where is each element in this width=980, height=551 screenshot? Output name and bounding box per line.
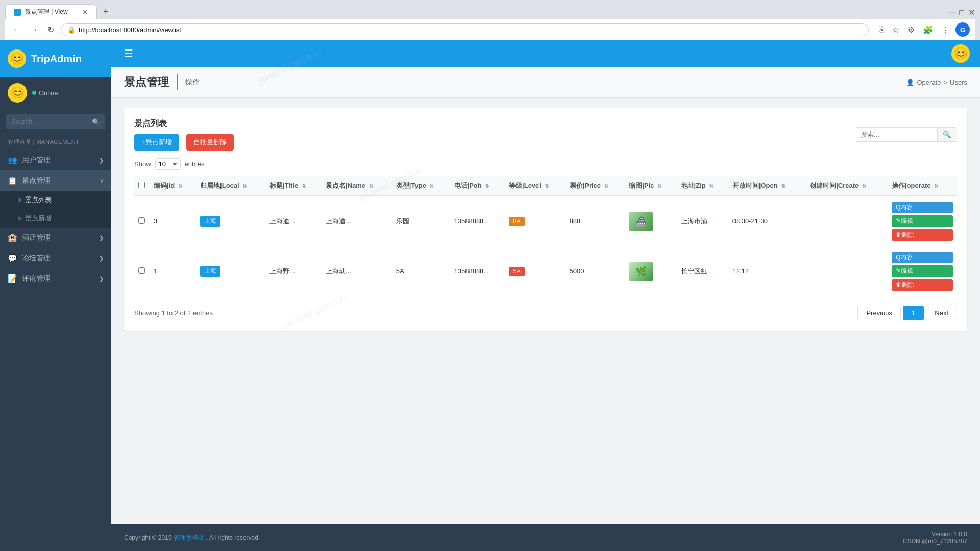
tab-close-btn[interactable]: ✕ xyxy=(82,8,88,16)
footer-left: Copyright © 2019 管理员登录 . All rights rese… xyxy=(124,534,260,542)
new-tab-btn[interactable]: + xyxy=(98,5,114,19)
sidebar-item-label-hotel: 酒店管理 xyxy=(22,233,51,242)
sidebar-item-label-comment: 评论管理 xyxy=(22,274,51,283)
sidebar-item-comment-mgmt[interactable]: 📝 评论管理 ❯ xyxy=(0,268,111,289)
sidebar-item-label-user: 用户管理 xyxy=(22,156,51,165)
hotel-mgmt-icon: 🏨 xyxy=(8,233,17,242)
sidebar-item-forum-mgmt[interactable]: 💬 论坛管理 ❯ xyxy=(0,248,111,268)
top-avatar[interactable]: 😊 xyxy=(951,44,970,63)
reload-btn[interactable]: ↻ xyxy=(45,24,57,36)
search-input[interactable] xyxy=(855,128,937,141)
url-text: http://localhost:8080/admin/viewlist xyxy=(79,26,862,34)
th-id[interactable]: 编码|Id ⇅ xyxy=(150,176,196,196)
btn-add-attraction[interactable]: +景点新增 xyxy=(134,134,179,151)
btn-edit-2[interactable]: ✎编辑 xyxy=(892,265,953,277)
td-local-1: 上海 xyxy=(196,196,265,246)
th-open[interactable]: 开放时间|Open ⇅ xyxy=(728,176,806,196)
th-title[interactable]: 标题|Title ⇅ xyxy=(265,176,322,196)
comment-mgmt-arrow: ❯ xyxy=(99,276,104,282)
list-action-btns: +景点新增 自批量删除 xyxy=(134,134,234,151)
breadcrumb-icon: 👤 xyxy=(906,79,914,86)
forward-btn[interactable]: → xyxy=(28,24,41,35)
td-checkbox-2[interactable] xyxy=(134,246,150,296)
sidebar-item-hotel-mgmt[interactable]: 🏨 酒店管理 ❯ xyxy=(0,228,111,248)
top-bar: ☰ 😊 xyxy=(111,40,980,67)
th-pic[interactable]: 缩图|Pic ⇅ xyxy=(625,176,676,196)
th-name[interactable]: 景点名|Name ⇅ xyxy=(322,176,392,196)
sort-icon-level: ⇅ xyxy=(545,183,549,189)
avatar-emoji: 😊 xyxy=(11,86,24,99)
td-phone-2: 13588888... xyxy=(450,246,505,296)
th-local[interactable]: 归属地|Local ⇅ xyxy=(196,176,265,196)
sort-icon-price: ⇅ xyxy=(604,183,608,189)
minimize-btn[interactable]: ─ xyxy=(949,8,955,17)
level-badge-2: 5A xyxy=(509,267,525,276)
btn-edit-1[interactable]: ✎编辑 xyxy=(892,215,953,227)
th-create[interactable]: 创建时间|Create ⇅ xyxy=(805,176,888,196)
footer-csdn: CSDN @m0_71285887 xyxy=(903,538,967,545)
menu-btn[interactable]: ⋮ xyxy=(939,24,951,36)
th-type[interactable]: 类型|Type ⇅ xyxy=(392,176,450,196)
btn-content-2[interactable]: Q内容 xyxy=(892,252,953,263)
th-checkbox[interactable] xyxy=(134,176,150,196)
back-btn[interactable]: ← xyxy=(10,24,23,35)
page-header: 景点管理 操作 👤 Operate > Users xyxy=(111,67,980,98)
hamburger-icon[interactable]: ☰ xyxy=(121,45,136,62)
search-btn[interactable]: 🔍 xyxy=(937,128,957,141)
entries-select[interactable]: 10 25 50 100 xyxy=(155,158,181,170)
th-level[interactable]: 等级|Level ⇅ xyxy=(505,176,566,196)
row-checkbox-1[interactable] xyxy=(138,217,145,224)
extensions-btn[interactable]: 🧩 xyxy=(921,24,935,36)
sort-icon-open: ⇅ xyxy=(781,183,785,189)
sidebar-search-input[interactable] xyxy=(6,114,105,129)
sort-icon-name: ⇅ xyxy=(369,183,373,189)
footer-version: Version 1.0.0 xyxy=(903,531,967,538)
th-price[interactable]: 票价|Price ⇅ xyxy=(566,176,625,196)
td-price-1: 888 xyxy=(566,196,625,246)
btn-content-1[interactable]: Q内容 xyxy=(892,202,953,213)
list-header: 景点列表 +景点新增 自批量删除 🔍 xyxy=(134,118,957,151)
sidebar-item-user-mgmt[interactable]: 👥 用户管理 ❯ xyxy=(0,150,111,170)
sidebar-item-attraction-mgmt[interactable]: 📋 景点管理 ∨ xyxy=(0,170,111,191)
td-checkbox-1[interactable] xyxy=(134,196,150,246)
settings-btn[interactable]: ⚙ xyxy=(905,24,917,36)
btn-previous[interactable]: Previous xyxy=(857,306,901,320)
submenu-add-label: 景点新增 xyxy=(25,214,52,223)
online-status: Online xyxy=(32,89,58,97)
sort-icon-title: ⇅ xyxy=(302,183,306,189)
btn-next[interactable]: Next xyxy=(926,306,957,320)
local-badge-2: 上海 xyxy=(200,266,220,277)
browser-user-btn[interactable]: G xyxy=(955,22,970,37)
sidebar-avatar: 😊 xyxy=(8,83,27,103)
submenu-dot-list xyxy=(18,198,21,202)
footer-link[interactable]: 管理员登录 xyxy=(174,534,204,541)
sidebar-submenu-attraction: 景点列表 景点新增 xyxy=(0,191,111,228)
sort-icon-type: ⇅ xyxy=(429,183,433,189)
table-row: 1 上海 上海野... 上海动... 5A 13588888... 5A 5 xyxy=(134,246,957,296)
sidebar-item-label-attraction: 景点管理 xyxy=(22,176,51,185)
th-phone[interactable]: 电话|Poh ⇅ xyxy=(450,176,505,196)
user-mgmt-icon: 👥 xyxy=(8,156,17,165)
td-level-1: 8A xyxy=(505,196,566,246)
maximize-btn[interactable]: □ xyxy=(959,8,964,17)
close-btn[interactable]: ✕ xyxy=(968,8,975,17)
btn-delete-2[interactable]: 🗑删除 xyxy=(892,279,953,291)
list-panel: 景点列表 +景点新增 自批量删除 🔍 Show 10 xyxy=(124,108,967,331)
sidebar-submenu-item-list[interactable]: 景点列表 xyxy=(0,191,111,209)
th-zip[interactable]: 地址|Zip ⇅ xyxy=(677,176,728,196)
th-operate[interactable]: 操作|operate ⇅ xyxy=(888,176,957,196)
btn-delete-batch[interactable]: 自批量删除 xyxy=(186,134,234,151)
entries-label: entries xyxy=(185,160,205,168)
sort-icon-id: ⇅ xyxy=(178,183,182,189)
bookmark-btn[interactable]: ☆ xyxy=(890,24,901,36)
url-bar[interactable]: 🔒 http://localhost:8080/admin/viewlist xyxy=(61,23,869,36)
cast-btn[interactable]: ⎘ xyxy=(877,24,886,35)
footer-right: Version 1.0.0 CSDN @m0_71285887 xyxy=(903,531,967,545)
browser-controls: ← → ↻ 🔒 http://localhost:8080/admin/view… xyxy=(5,19,975,40)
btn-delete-1[interactable]: 🗑删除 xyxy=(892,229,953,241)
browser-tab-active[interactable]: 景点管理 | View ✕ xyxy=(5,4,97,19)
page-num-1[interactable]: 1 xyxy=(903,306,924,320)
sidebar-submenu-item-add[interactable]: 景点新增 xyxy=(0,209,111,228)
row-checkbox-2[interactable] xyxy=(138,267,145,274)
select-all-checkbox[interactable] xyxy=(138,182,145,188)
